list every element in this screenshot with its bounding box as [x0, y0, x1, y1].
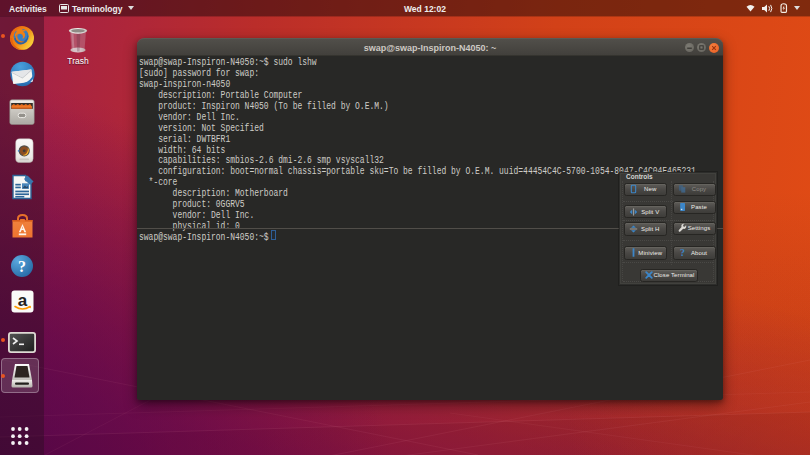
- svg-text:a: a: [17, 291, 27, 310]
- svg-text:?: ?: [680, 247, 685, 258]
- svg-text:?: ?: [18, 258, 26, 275]
